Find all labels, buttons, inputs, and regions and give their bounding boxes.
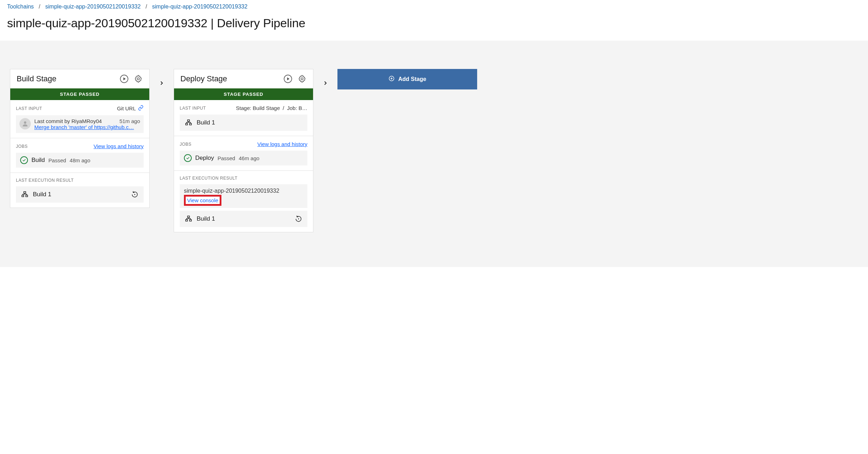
svg-rect-14 [190,220,192,221]
svg-rect-12 [187,216,190,218]
input-artifact-name: Build 1 [197,119,215,126]
chevron-right-icon [321,72,330,94]
header-region: Toolchains / simple-quiz-app-20190502120… [0,0,868,41]
svg-point-15 [298,219,299,220]
section-label-last-exec: LAST EXECUTION RESULT [180,176,237,181]
view-console-link[interactable]: View console [187,197,218,203]
artifact-icon [185,215,192,223]
svg-rect-9 [187,120,190,122]
last-input-section: LAST INPUT Git URL [10,100,149,138]
last-exec-section: LAST EXECUTION RESULT simple-quiz-app-20… [174,171,313,232]
job-name: Build [31,157,45,164]
result-name: Build 1 [197,215,215,222]
stage-status-bar: STAGE PASSED [10,88,149,100]
exec-app-name: simple-quiz-app-20190502120019332 [184,188,303,194]
svg-rect-11 [190,123,192,125]
input-job-ref: Job: B… [287,105,307,111]
input-type-label: Git URL [117,105,136,111]
link-icon[interactable] [138,105,144,112]
svg-rect-10 [186,123,188,125]
job-row[interactable]: Deploy Passed 46m ago [180,151,307,165]
breadcrumb-toolchain-link[interactable]: simple-quiz-app-20190502120019332 [45,4,141,10]
stage-header: Deploy Stage [174,69,313,88]
breadcrumb: Toolchains / simple-quiz-app-20190502120… [7,4,861,10]
page-title: simple-quiz-app-20190502120019332 | Deli… [7,16,861,30]
stage-title: Build Stage [17,74,120,83]
svg-point-6 [134,194,135,195]
svg-rect-4 [22,195,24,197]
result-row: Build 1 [16,186,144,203]
stage-status-bar: STAGE PASSED [174,88,313,100]
section-label-last-input: LAST INPUT [180,106,206,111]
svg-rect-13 [186,220,188,221]
stage-header: Build Stage [10,69,149,88]
result-row: Build 1 [180,211,307,227]
section-label-jobs: JOBS [16,144,28,149]
job-status: Passed [218,155,235,161]
result-name: Build 1 [33,191,51,198]
section-label-jobs: JOBS [180,142,191,147]
commit-author: Last commit by RiyaMRoy04 [34,118,102,124]
job-time: 46m ago [239,155,259,161]
last-input-section: LAST INPUT Stage: Build Stage / Job: B… … [174,100,313,136]
run-stage-button[interactable] [283,74,293,83]
view-logs-link[interactable]: View logs and history [94,143,144,149]
artifact-icon [185,119,192,127]
jobs-section: JOBS View logs and history Build Passed … [10,138,149,173]
restart-icon[interactable] [131,191,139,198]
exec-app-box: simple-quiz-app-20190502120019332 View c… [180,184,307,208]
artifact-icon [21,191,29,198]
plus-circle-icon [388,75,395,83]
commit-message-link[interactable]: Merge branch 'master' of https://github.… [34,124,140,130]
stage-title: Deploy Stage [180,74,283,83]
add-stage-label: Add Stage [398,76,426,82]
view-console-highlight: View console [184,195,221,206]
gear-icon[interactable] [297,74,307,83]
avatar [19,118,31,129]
input-stage-ref: Stage: Build Stage [236,105,280,111]
svg-point-8 [301,78,303,80]
breadcrumb-separator: / [146,4,147,10]
input-source-breadcrumb: Stage: Build Stage / Job: B… [236,105,307,111]
job-status: Passed [48,157,66,163]
run-stage-button[interactable] [120,74,129,83]
job-row[interactable]: Build Passed 48m ago [16,153,144,168]
check-icon [20,156,28,164]
input-artifact-row: Build 1 [180,115,307,131]
svg-rect-5 [26,195,28,197]
section-label-last-input: LAST INPUT [16,106,42,111]
chevron-right-icon [157,72,166,94]
breadcrumb-root-link[interactable]: Toolchains [7,4,34,10]
svg-point-2 [24,121,27,124]
commit-time: 51m ago [117,118,140,124]
gear-icon[interactable] [134,74,143,83]
check-icon [184,154,192,162]
restart-icon[interactable] [295,215,302,223]
job-name: Deploy [195,155,214,162]
svg-rect-3 [24,192,26,193]
svg-point-1 [137,78,139,80]
view-logs-link[interactable]: View logs and history [257,141,307,147]
section-label-last-exec: LAST EXECUTION RESULT [16,178,74,183]
breadcrumb-pipeline-link[interactable]: simple-quiz-app-20190502120019332 [152,4,248,10]
add-stage-button[interactable]: Add Stage [337,69,477,89]
jobs-section: JOBS View logs and history Deploy Passed… [174,136,313,171]
pipeline-area: Build Stage STAGE PASSED LAST INPUT [0,41,868,267]
stage-card-deploy: Deploy Stage STAGE PASSED LAST INPUT [174,69,313,232]
breadcrumb-separator: / [39,4,40,10]
stage-card-build: Build Stage STAGE PASSED LAST INPUT [10,69,150,208]
commit-box: Last commit by RiyaMRoy04 51m ago Merge … [16,115,144,133]
last-exec-section: LAST EXECUTION RESULT Build 1 [10,173,149,208]
job-time: 48m ago [70,157,90,163]
